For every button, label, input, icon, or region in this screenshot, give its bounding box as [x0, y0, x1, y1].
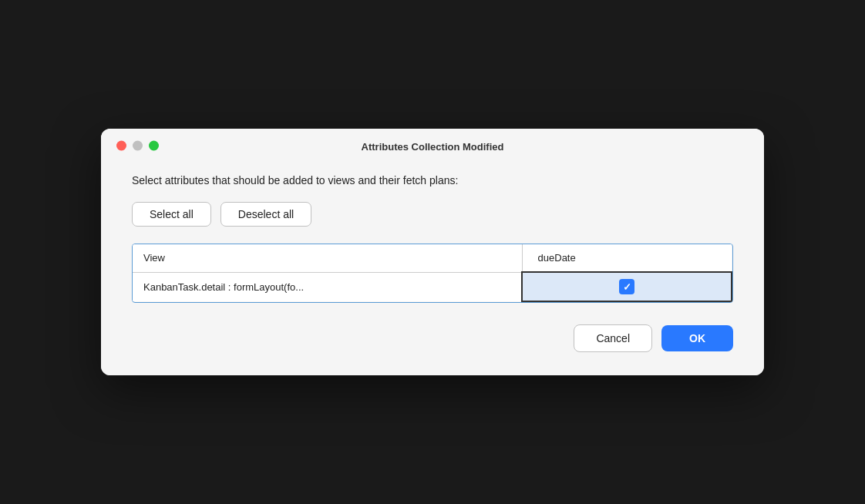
maximize-button[interactable] [149, 140, 159, 150]
attributes-table-container: View dueDate KanbanTask.detail : formLay… [132, 244, 733, 303]
table-header: View dueDate [133, 244, 732, 272]
table-body: KanbanTask.detail : formLayout(fo... [133, 272, 732, 301]
title-bar: Attributes Collection Modified [101, 129, 764, 162]
column-header-duedate: dueDate [522, 244, 732, 272]
close-button[interactable] [116, 140, 126, 150]
cancel-button[interactable]: Cancel [574, 324, 652, 352]
checkbox-cell[interactable] [533, 279, 720, 294]
ok-button[interactable]: OK [661, 325, 733, 351]
deselect-all-button[interactable]: Deselect all [220, 202, 311, 227]
attributes-table: View dueDate KanbanTask.detail : formLay… [133, 244, 732, 302]
column-header-view: View [133, 244, 522, 272]
dialog-title: Attributes Collection Modified [362, 141, 504, 153]
minimize-button[interactable] [133, 140, 143, 150]
table-cell-view: KanbanTask.detail : formLayout(fo... [133, 272, 522, 301]
dialog-body: Select attributes that should be added t… [101, 162, 764, 375]
select-all-button[interactable]: Select all [132, 202, 211, 227]
selection-buttons: Select all Deselect all [132, 202, 733, 227]
table-row: KanbanTask.detail : formLayout(fo... [133, 272, 732, 301]
window-controls [116, 140, 159, 150]
table-cell-checkbox[interactable] [522, 272, 732, 301]
attributes-collection-dialog: Attributes Collection Modified Select at… [101, 129, 764, 375]
action-buttons: Cancel OK [132, 324, 733, 352]
checkbox-checked-icon[interactable] [619, 279, 634, 294]
dialog-description: Select attributes that should be added t… [132, 174, 733, 186]
